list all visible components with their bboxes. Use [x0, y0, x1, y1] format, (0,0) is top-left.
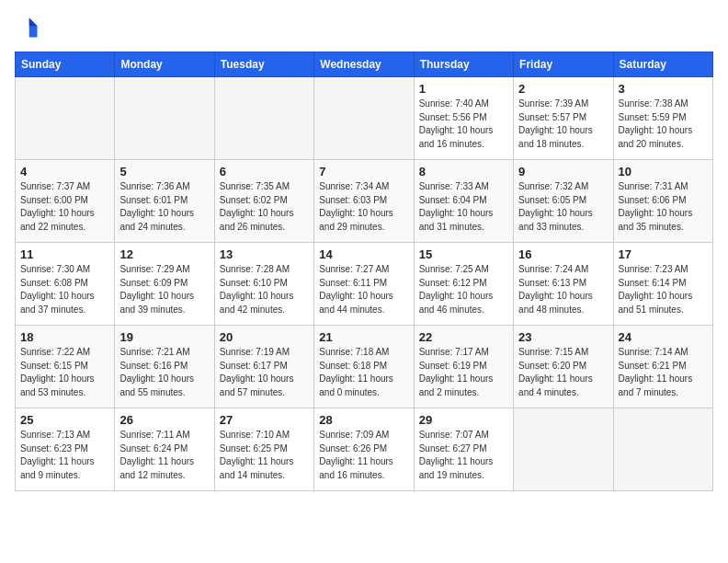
day-number: 6 [220, 165, 309, 178]
calendar-cell: 8Sunrise: 7:33 AM Sunset: 6:04 PM Daylig… [414, 160, 513, 243]
weekday-header-monday: Monday [115, 52, 214, 77]
day-number: 10 [619, 165, 708, 178]
calendar-week-row: 18Sunrise: 7:22 AM Sunset: 6:15 PM Dayli… [16, 326, 713, 408]
day-number: 19 [119, 330, 209, 344]
calendar-cell: 22Sunrise: 7:17 AM Sunset: 6:19 PM Dayli… [414, 326, 513, 408]
page-header [15, 15, 713, 40]
day-number: 7 [319, 165, 408, 178]
calendar-cell: 24Sunrise: 7:14 AM Sunset: 6:21 PM Dayli… [613, 326, 712, 408]
calendar-cell: 20Sunrise: 7:19 AM Sunset: 6:17 PM Dayli… [214, 326, 313, 408]
calendar-cell: 14Sunrise: 7:27 AM Sunset: 6:11 PM Dayli… [314, 243, 414, 326]
day-info: Sunrise: 7:25 AM Sunset: 6:12 PM Dayligh… [419, 263, 508, 316]
calendar-cell: 23Sunrise: 7:15 AM Sunset: 6:20 PM Dayli… [514, 326, 613, 408]
day-info: Sunrise: 7:21 AM Sunset: 6:16 PM Dayligh… [119, 346, 209, 399]
calendar-cell: 18Sunrise: 7:22 AM Sunset: 6:15 PM Dayli… [16, 326, 115, 408]
day-number: 22 [419, 330, 508, 344]
day-number: 20 [220, 330, 309, 344]
day-number: 9 [518, 165, 608, 178]
calendar-cell [16, 77, 115, 160]
day-info: Sunrise: 7:07 AM Sunset: 6:27 PM Dayligh… [419, 429, 508, 482]
logo [15, 15, 44, 40]
day-number: 28 [319, 413, 408, 427]
weekday-header-friday: Friday [514, 52, 613, 77]
day-info: Sunrise: 7:14 AM Sunset: 6:21 PM Dayligh… [619, 346, 708, 399]
day-number: 5 [119, 165, 209, 178]
day-number: 2 [518, 82, 608, 96]
day-info: Sunrise: 7:22 AM Sunset: 6:15 PM Dayligh… [20, 346, 109, 399]
calendar-cell: 29Sunrise: 7:07 AM Sunset: 6:27 PM Dayli… [414, 408, 513, 491]
day-number: 29 [419, 413, 508, 427]
day-number: 11 [20, 247, 109, 261]
day-number: 21 [319, 330, 408, 344]
calendar-cell: 6Sunrise: 7:35 AM Sunset: 6:02 PM Daylig… [214, 160, 313, 243]
calendar-week-row: 11Sunrise: 7:30 AM Sunset: 6:08 PM Dayli… [16, 243, 713, 326]
day-info: Sunrise: 7:17 AM Sunset: 6:19 PM Dayligh… [419, 346, 508, 399]
day-info: Sunrise: 7:15 AM Sunset: 6:20 PM Dayligh… [518, 346, 608, 399]
calendar-cell: 16Sunrise: 7:24 AM Sunset: 6:13 PM Dayli… [514, 243, 613, 326]
calendar-cell: 3Sunrise: 7:38 AM Sunset: 5:59 PM Daylig… [613, 77, 712, 160]
calendar-header: SundayMondayTuesdayWednesdayThursdayFrid… [16, 52, 713, 77]
calendar-cell: 19Sunrise: 7:21 AM Sunset: 6:16 PM Dayli… [115, 326, 214, 408]
day-info: Sunrise: 7:09 AM Sunset: 6:26 PM Dayligh… [319, 429, 408, 482]
calendar-cell: 21Sunrise: 7:18 AM Sunset: 6:18 PM Dayli… [314, 326, 414, 408]
calendar-cell: 13Sunrise: 7:28 AM Sunset: 6:10 PM Dayli… [214, 243, 313, 326]
day-number: 25 [20, 413, 109, 427]
calendar-cell: 17Sunrise: 7:23 AM Sunset: 6:14 PM Dayli… [613, 243, 712, 326]
calendar-cell: 11Sunrise: 7:30 AM Sunset: 6:08 PM Dayli… [16, 243, 115, 326]
day-info: Sunrise: 7:40 AM Sunset: 5:56 PM Dayligh… [419, 98, 508, 151]
day-number: 4 [20, 165, 109, 178]
day-info: Sunrise: 7:35 AM Sunset: 6:02 PM Dayligh… [220, 180, 309, 234]
calendar-cell: 2Sunrise: 7:39 AM Sunset: 5:57 PM Daylig… [514, 77, 613, 160]
day-number: 26 [119, 413, 209, 427]
day-info: Sunrise: 7:38 AM Sunset: 5:59 PM Dayligh… [619, 98, 708, 151]
weekday-header-row: SundayMondayTuesdayWednesdayThursdayFrid… [16, 52, 713, 77]
day-number: 23 [518, 330, 608, 344]
day-info: Sunrise: 7:34 AM Sunset: 6:03 PM Dayligh… [319, 180, 408, 234]
calendar-body: 1Sunrise: 7:40 AM Sunset: 5:56 PM Daylig… [16, 77, 713, 491]
day-number: 14 [319, 247, 408, 261]
calendar-cell: 9Sunrise: 7:32 AM Sunset: 6:05 PM Daylig… [514, 160, 613, 243]
weekday-header-tuesday: Tuesday [214, 52, 313, 77]
day-number: 24 [619, 330, 708, 344]
calendar-cell [514, 408, 613, 491]
day-number: 18 [20, 330, 109, 344]
weekday-header-saturday: Saturday [613, 52, 712, 77]
day-info: Sunrise: 7:32 AM Sunset: 6:05 PM Dayligh… [518, 180, 608, 234]
day-info: Sunrise: 7:10 AM Sunset: 6:25 PM Dayligh… [220, 429, 309, 482]
calendar-cell: 1Sunrise: 7:40 AM Sunset: 5:56 PM Daylig… [414, 77, 513, 160]
day-number: 8 [419, 165, 508, 178]
day-number: 3 [619, 82, 708, 96]
calendar-cell: 28Sunrise: 7:09 AM Sunset: 6:26 PM Dayli… [314, 408, 414, 491]
day-info: Sunrise: 7:11 AM Sunset: 6:24 PM Dayligh… [119, 429, 209, 482]
logo-icon [15, 15, 40, 40]
day-info: Sunrise: 7:39 AM Sunset: 5:57 PM Dayligh… [518, 98, 608, 151]
calendar-cell: 5Sunrise: 7:36 AM Sunset: 6:01 PM Daylig… [115, 160, 214, 243]
day-info: Sunrise: 7:27 AM Sunset: 6:11 PM Dayligh… [319, 263, 408, 316]
day-info: Sunrise: 7:36 AM Sunset: 6:01 PM Dayligh… [119, 180, 209, 234]
weekday-header-sunday: Sunday [16, 52, 115, 77]
day-number: 16 [518, 247, 608, 261]
calendar-week-row: 4Sunrise: 7:37 AM Sunset: 6:00 PM Daylig… [16, 160, 713, 243]
calendar-cell: 4Sunrise: 7:37 AM Sunset: 6:00 PM Daylig… [16, 160, 115, 243]
weekday-header-wednesday: Wednesday [314, 52, 414, 77]
calendar-table: SundayMondayTuesdayWednesdayThursdayFrid… [15, 52, 713, 491]
day-info: Sunrise: 7:37 AM Sunset: 6:00 PM Dayligh… [20, 180, 109, 234]
day-info: Sunrise: 7:13 AM Sunset: 6:23 PM Dayligh… [20, 429, 109, 482]
weekday-header-thursday: Thursday [414, 52, 513, 77]
day-info: Sunrise: 7:28 AM Sunset: 6:10 PM Dayligh… [220, 263, 309, 316]
day-number: 1 [419, 82, 508, 96]
svg-marker-1 [29, 18, 38, 27]
day-info: Sunrise: 7:30 AM Sunset: 6:08 PM Dayligh… [20, 263, 109, 316]
calendar-cell: 10Sunrise: 7:31 AM Sunset: 6:06 PM Dayli… [613, 160, 712, 243]
calendar-cell: 27Sunrise: 7:10 AM Sunset: 6:25 PM Dayli… [214, 408, 313, 491]
day-info: Sunrise: 7:33 AM Sunset: 6:04 PM Dayligh… [419, 180, 508, 234]
calendar-cell [115, 77, 214, 160]
day-info: Sunrise: 7:18 AM Sunset: 6:18 PM Dayligh… [319, 346, 408, 399]
calendar-cell: 7Sunrise: 7:34 AM Sunset: 6:03 PM Daylig… [314, 160, 414, 243]
day-info: Sunrise: 7:31 AM Sunset: 6:06 PM Dayligh… [619, 180, 708, 234]
calendar-cell [314, 77, 414, 160]
day-info: Sunrise: 7:23 AM Sunset: 6:14 PM Dayligh… [619, 263, 708, 316]
calendar-cell: 12Sunrise: 7:29 AM Sunset: 6:09 PM Dayli… [115, 243, 214, 326]
calendar-cell: 26Sunrise: 7:11 AM Sunset: 6:24 PM Dayli… [115, 408, 214, 491]
day-number: 27 [220, 413, 309, 427]
